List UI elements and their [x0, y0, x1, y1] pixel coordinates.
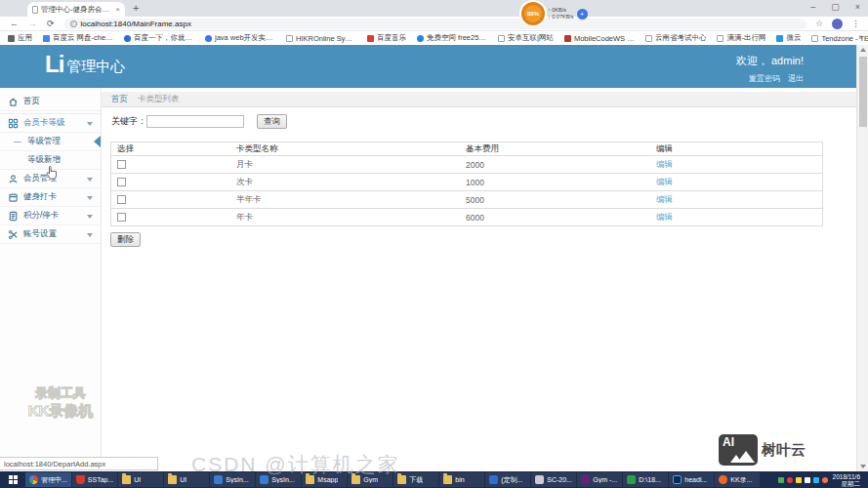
new-tab-button[interactable]: + — [133, 2, 139, 14]
bookmark-item[interactable]: 安卓互联|网站 — [498, 33, 554, 43]
bookmark-star-icon[interactable]: ☆ — [815, 19, 823, 28]
taskbar-item-folder[interactable]: UI — [118, 472, 163, 487]
widget-plus-icon[interactable]: + — [577, 9, 588, 20]
keyword-input[interactable] — [146, 115, 244, 128]
scrollbar-down-icon[interactable] — [860, 465, 866, 468]
sidebar-item-home[interactable]: 首页 — [0, 93, 101, 111]
taskbar-item-kk-recorder[interactable]: KK录... — [715, 472, 760, 487]
app-header: Li 管理中心 欢迎， admin! 重置密码 退出 — [0, 45, 868, 88]
taskbar-item-app[interactable]: (定制... — [485, 472, 530, 487]
speed-monitor-widget[interactable]: 80% ↑ 0KB/s ↓ 0.07KB/s + — [521, 2, 588, 25]
profile-avatar[interactable] — [832, 19, 843, 29]
sidebar-item-card-levels[interactable]: 会员卡等级 — [0, 114, 101, 133]
bookmark-item[interactable]: 百度音乐 — [367, 33, 406, 43]
taskbar-item-sysin[interactable]: SysIn... — [256, 472, 301, 487]
welcome-text: 欢迎， admin! — [736, 54, 804, 68]
taskbar-item-tools[interactable]: SC-20... — [531, 472, 576, 487]
row-checkbox[interactable] — [117, 178, 126, 186]
row-checkbox[interactable] — [117, 213, 126, 222]
tray-icon[interactable] — [822, 477, 828, 483]
url-input[interactable]: i localhost:1840/MainFrame.aspx — [64, 19, 806, 29]
page-icon — [645, 35, 652, 42]
bookmark-item[interactable]: 免费空间 free258... — [417, 33, 487, 43]
tray-icon[interactable] — [796, 477, 802, 483]
taskbar-item-explorer[interactable]: D:\18... — [623, 472, 668, 487]
windows-logo-icon — [9, 475, 18, 484]
window-maximize-button[interactable]: ▢ — [831, 2, 840, 12]
breadcrumb-home[interactable]: 首页 — [111, 94, 128, 105]
tray-icon[interactable] — [813, 477, 819, 483]
apps-grid-icon — [8, 35, 15, 42]
bookmark-item[interactable]: 微云 — [776, 33, 801, 43]
bookmark-item[interactable]: MobileCodeWS W... — [564, 34, 635, 43]
site-info-icon[interactable]: i — [70, 20, 77, 27]
taskbar-item-sstap[interactable]: SSTap... — [72, 472, 117, 487]
tab-close-icon[interactable]: × — [115, 5, 120, 14]
row-checkbox[interactable] — [117, 195, 126, 204]
table-row: 月卡 2000 编辑 — [111, 156, 822, 174]
breadcrumb: 首页 卡类型列表 — [102, 92, 856, 107]
delete-button[interactable]: 删除 — [110, 232, 141, 247]
sidebar-item-points[interactable]: 积分/停卡 — [0, 207, 101, 225]
taskbar-item-photoshop[interactable]: headl... — [669, 472, 714, 487]
query-button[interactable]: 查询 — [257, 114, 287, 129]
bookmark-item[interactable]: java web开发实战... — [205, 33, 275, 43]
bookmark-item[interactable]: 百度一下，你就知道 — [124, 33, 194, 43]
edit-link[interactable]: 编辑 — [656, 194, 673, 206]
chevron-down-icon — [87, 196, 93, 200]
tree-line — [14, 142, 21, 142]
taskbar-item-folder[interactable]: bin — [439, 472, 484, 487]
chevron-down-icon — [87, 178, 93, 182]
reset-password-link[interactable]: 重置密码 — [749, 73, 780, 84]
page-scrollbar[interactable] — [856, 45, 868, 471]
browser-tab[interactable]: 管理中心-健身房会员管理系统 × — [27, 2, 125, 17]
back-icon[interactable]: ← — [10, 19, 19, 28]
taskbar-item-folder[interactable]: Gym — [348, 472, 393, 487]
column-header-name: 卡类型名称 — [230, 142, 460, 155]
bookmark-item[interactable]: 百度云 网盘-cheng... — [43, 33, 113, 43]
row-checkbox[interactable] — [117, 160, 126, 169]
reload-icon[interactable]: ⟳ — [47, 19, 55, 28]
scrollbar-up-icon[interactable] — [860, 48, 866, 52]
scrollbar-thumb[interactable] — [859, 57, 867, 127]
globe-icon — [417, 35, 424, 42]
taskbar-item-folder[interactable]: UI — [164, 472, 209, 487]
mouse-cursor-hand-icon — [45, 166, 58, 183]
sidebar-item-checkin[interactable]: 健身打卡 — [0, 188, 101, 207]
bookmark-apps[interactable]: 应用 — [8, 33, 32, 43]
taskbar-item-sysin[interactable]: SysIn... — [210, 472, 255, 487]
edit-link[interactable]: 编辑 — [656, 159, 673, 171]
bookmarks-overflow-icon[interactable]: » — [858, 32, 863, 42]
ai-badge-icon: AI — [719, 434, 758, 466]
brand-name: 树叶云 — [762, 441, 806, 460]
window-minimize-button[interactable]: – — [810, 2, 815, 12]
app-title: 管理中心 — [66, 58, 125, 76]
bookmark-item[interactable]: HIKROnline Synch... — [286, 34, 356, 43]
edit-link[interactable]: 编辑 — [656, 212, 673, 224]
tray-icon[interactable] — [805, 477, 810, 483]
taskbar-item-folder[interactable]: 下载 — [393, 472, 438, 487]
tray-icon[interactable] — [778, 477, 784, 483]
browser-menu-icon[interactable]: ⋮ — [851, 19, 860, 28]
browser-tab-strip: 管理中心-健身房会员管理系统 × + – ▢ × 80% ↑ 0KB/s ↓ 0… — [0, 0, 868, 17]
photoshop-icon — [673, 475, 682, 484]
taskbar-item-chrome[interactable]: 管理中... — [25, 472, 71, 487]
sidebar-item-level-manage[interactable]: 等级管理 — [0, 133, 101, 151]
sidebar-item-account[interactable]: 账号设置 — [0, 225, 101, 244]
card-type-fee: 1000 — [460, 174, 650, 190]
cube-icon — [260, 475, 269, 484]
explorer-icon — [627, 475, 636, 484]
start-button[interactable] — [0, 471, 25, 488]
bookmark-item[interactable]: 云南省考试中心 — [645, 33, 707, 43]
window-close-button[interactable]: × — [855, 2, 860, 12]
tray-icon[interactable] — [787, 477, 793, 483]
forward-icon[interactable]: → — [28, 19, 37, 28]
logout-link[interactable]: 退出 — [788, 73, 804, 84]
bookmark-item[interactable]: 滴滴-出行网 — [717, 33, 765, 43]
taskbar-item-folder[interactable]: Msapp — [302, 472, 347, 487]
taskbar-clock[interactable]: 2018/11/6 星期二 — [831, 473, 864, 487]
brand-logo: AI 树叶云 — [719, 434, 806, 466]
table-row: 次卡 1000 编辑 — [111, 174, 822, 191]
taskbar-item-visual-studio[interactable]: Gym -... — [577, 472, 622, 487]
edit-link[interactable]: 编辑 — [656, 177, 673, 188]
